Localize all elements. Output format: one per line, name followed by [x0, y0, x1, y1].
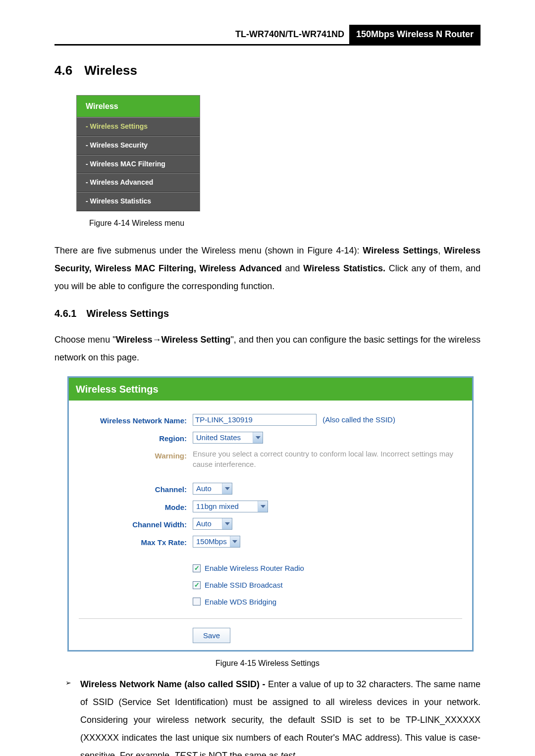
- text: ):: [354, 246, 363, 255]
- figure-4-15-caption: Figure 4-15 Wireless Settings: [54, 656, 481, 670]
- row-channel: Channel: Auto: [79, 480, 462, 498]
- channel-width-value: Auto: [193, 518, 222, 529]
- ssid-input[interactable]: [193, 414, 317, 426]
- channel-width-select[interactable]: Auto: [193, 518, 232, 530]
- label-ssid: Wireless Network Name:: [79, 413, 193, 427]
- italic-text: TEST: [174, 751, 197, 756]
- menu-item-wireless-security[interactable]: - Wireless Security: [77, 136, 200, 155]
- wireless-menu-figure: Wireless - Wireless Settings - Wireless …: [76, 95, 481, 211]
- row-mode: Mode: 11bgn mixed: [79, 498, 462, 516]
- enable-ssid-broadcast-label: Enable SSID Broadcast: [205, 579, 283, 592]
- row-enable-ssid-broadcast: Enable SSID Broadcast: [79, 576, 462, 593]
- subsection-number: 4.6.1: [54, 308, 76, 319]
- enable-wds-label: Enable WDS Bridging: [205, 596, 276, 608]
- wireless-menu: Wireless - Wireless Settings - Wireless …: [76, 95, 200, 211]
- section-number: 4.6: [54, 63, 72, 78]
- row-ssid: Wireless Network Name: (Also called the …: [79, 411, 462, 429]
- header-model: TL-WR740N/TL-WR741ND: [54, 25, 349, 44]
- bold-text: Wireless Settings: [363, 246, 438, 255]
- menu-item-wireless-mac-filtering[interactable]: - Wireless MAC Filtering: [77, 155, 200, 174]
- divider: [79, 618, 462, 619]
- wireless-settings-panel: Wireless Settings Wireless Network Name:…: [67, 376, 474, 652]
- text: and: [282, 263, 304, 273]
- menu-header: Wireless: [77, 96, 200, 117]
- text: Choose menu ": [54, 335, 116, 345]
- enable-radio-checkbox[interactable]: [193, 564, 201, 572]
- mode-value: 11bgn mixed: [193, 501, 258, 512]
- section-title-text: Wireless: [84, 63, 137, 78]
- chevron-down-icon: [222, 483, 232, 494]
- text: ,: [438, 246, 444, 255]
- label-warning: Warning:: [79, 449, 193, 462]
- chevron-down-icon: [253, 432, 263, 443]
- italic-text: test: [281, 751, 295, 756]
- warning-text: Ensure you select a correct country to c…: [193, 449, 462, 469]
- label-region: Region:: [79, 431, 193, 445]
- subsection-title-text: Wireless Settings: [86, 308, 169, 319]
- label-channel-width: Channel Width:: [79, 517, 193, 531]
- enable-ssid-broadcast-checkbox[interactable]: [193, 581, 201, 589]
- bold-text: Wireless Setting: [161, 335, 231, 345]
- page-header: TL-WR740N/TL-WR741ND 150Mbps Wireless N …: [54, 25, 481, 46]
- text: There are five submenus under the Wirele…: [54, 246, 307, 255]
- bullet-marker: ➢: [65, 675, 80, 756]
- chevron-down-icon: [222, 518, 232, 529]
- intro-paragraph: There are five submenus under the Wirele…: [54, 242, 481, 295]
- bold-text: Wireless Statistics.: [303, 263, 385, 273]
- label-mode: Mode:: [79, 500, 193, 514]
- header-product: 150Mbps Wireless N Router: [349, 25, 481, 44]
- row-channel-width: Channel Width: Auto: [79, 515, 462, 533]
- panel-title: Wireless Settings: [69, 378, 472, 401]
- ssid-hint: (Also called the SSID): [322, 415, 395, 424]
- figure-ref: Figure 4-14: [307, 246, 354, 255]
- chevron-down-icon: [258, 501, 268, 512]
- row-region: Region: United States: [79, 429, 462, 447]
- bold-text: Wireless: [116, 335, 153, 345]
- choose-menu-paragraph: Choose menu "Wireless→Wireless Setting",…: [54, 331, 481, 366]
- bullet-ssid-description: ➢ Wireless Network Name (also called SSI…: [65, 675, 481, 756]
- text: .: [295, 751, 298, 756]
- region-value: United States: [193, 432, 253, 443]
- menu-item-wireless-statistics[interactable]: - Wireless Statistics: [77, 192, 200, 211]
- subsection-heading: 4.6.1Wireless Settings: [54, 305, 481, 322]
- max-tx-rate-value: 150Mbps: [193, 536, 230, 547]
- chevron-down-icon: [230, 536, 240, 547]
- region-select[interactable]: United States: [193, 432, 263, 444]
- enable-radio-label: Enable Wireless Router Radio: [205, 562, 304, 575]
- save-button[interactable]: Save: [193, 628, 230, 644]
- row-warning: Warning: Ensure you select a correct cou…: [79, 447, 462, 471]
- channel-select[interactable]: Auto: [193, 483, 232, 495]
- max-tx-rate-select[interactable]: 150Mbps: [193, 536, 240, 548]
- channel-value: Auto: [193, 483, 222, 494]
- label-channel: Channel:: [79, 482, 193, 496]
- text: Enter a value of up to 32 characters. Th…: [80, 679, 481, 756]
- label-max-tx-rate: Max Tx Rate:: [79, 535, 193, 549]
- figure-4-14-caption: Figure 4-14 Wireless menu: [89, 216, 481, 230]
- row-enable-wds: Enable WDS Bridging: [79, 594, 462, 611]
- mode-select[interactable]: 11bgn mixed: [193, 501, 268, 512]
- section-heading: 4.6Wireless: [54, 59, 481, 81]
- row-save: Save: [79, 626, 462, 646]
- text: is NOT the same as: [197, 751, 281, 756]
- enable-wds-checkbox[interactable]: [193, 598, 201, 605]
- bold-text: Wireless Network Name (also called SSID)…: [80, 679, 265, 689]
- row-max-tx-rate: Max Tx Rate: 150Mbps: [79, 533, 462, 551]
- panel-body: Wireless Network Name: (Also called the …: [69, 401, 472, 650]
- menu-item-wireless-settings[interactable]: - Wireless Settings: [77, 117, 200, 136]
- menu-item-wireless-advanced[interactable]: - Wireless Advanced: [77, 173, 200, 192]
- bullet-text: Wireless Network Name (also called SSID)…: [80, 675, 481, 756]
- arrow: →: [153, 335, 161, 345]
- row-enable-radio: Enable Wireless Router Radio: [79, 559, 462, 576]
